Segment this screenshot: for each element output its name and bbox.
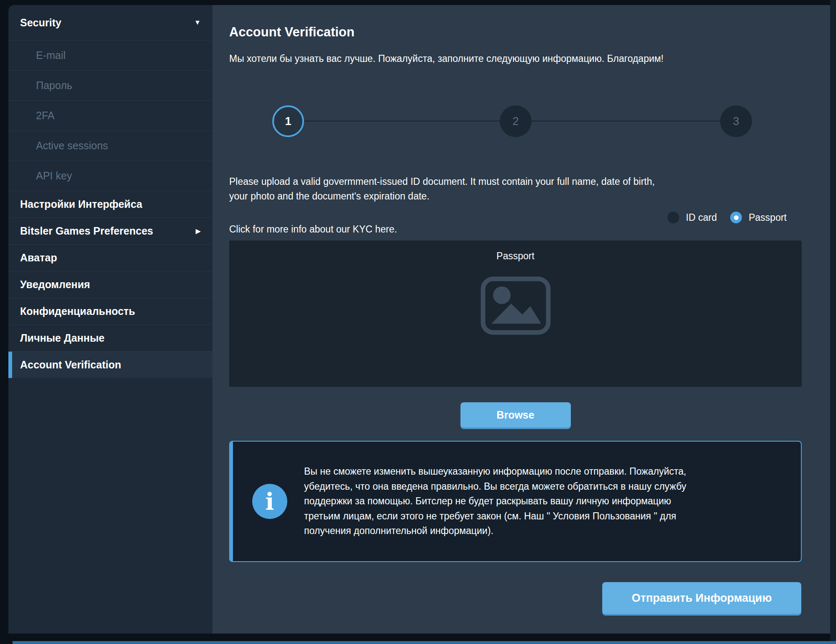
radio-label: Passport — [749, 212, 787, 223]
active-item-indicator — [8, 352, 12, 378]
image-placeholder-icon — [229, 276, 802, 337]
sidebar-item-label: Active sessions — [36, 140, 108, 152]
sidebar-item-personal-data[interactable]: Личные Данные — [8, 325, 212, 351]
document-type-radio-group: ID card Passport — [667, 212, 787, 223]
sidebar-item-api-key[interactable]: API key — [8, 161, 212, 191]
account-verification-panel: Account Verification Мы хотели бы узнать… — [212, 5, 830, 634]
verification-stepper: 1 2 3 — [229, 100, 802, 143]
page-title: Account Verification — [229, 25, 355, 40]
step-number: 2 — [512, 115, 519, 128]
sidebar-item-label: Уведомления — [20, 279, 90, 291]
scrollbar-track[interactable] — [830, 0, 836, 644]
sidebar-item-label: Пароль — [36, 79, 72, 92]
sidebar-item-2fa[interactable]: 2FA — [8, 100, 212, 130]
settings-sidebar: Security ▼ E-mail Пароль 2FA Active sess… — [8, 5, 212, 634]
radio-option-passport[interactable]: Passport — [730, 212, 787, 223]
sidebar-item-email[interactable]: E-mail — [8, 40, 212, 70]
step-number: 1 — [285, 115, 291, 128]
dropzone-title: Passport — [229, 250, 802, 262]
browse-button-row: Browse — [229, 402, 802, 427]
browse-button[interactable]: Browse — [460, 402, 571, 427]
step-indicator-2: 2 — [500, 105, 532, 137]
sidebar-item-label: Bitsler Games Preferences — [20, 225, 153, 237]
step-indicator-3: 3 — [720, 105, 752, 137]
upload-dropzone[interactable]: Passport — [229, 240, 802, 387]
disclaimer-text: Вы не сможете изменить вышеуказанную инф… — [304, 464, 686, 539]
info-icon: i — [252, 484, 287, 519]
sidebar-item-account-verification[interactable]: Account Verification — [8, 351, 212, 378]
radio-button-checked[interactable] — [730, 212, 742, 223]
step-number: 3 — [733, 115, 739, 128]
sidebar-item-avatar[interactable]: Аватар — [8, 244, 212, 271]
sidebar-item-notifications[interactable]: Уведомления — [8, 271, 212, 298]
sidebar-item-label: Account Verification — [20, 359, 121, 371]
kyc-info-link[interactable]: Click for more info about our KYC here. — [229, 224, 397, 235]
chevron-right-icon: ▶ — [196, 228, 201, 235]
disclaimer-box: i Вы не сможете изменить вышеуказанную и… — [229, 441, 802, 562]
sidebar-item-label: Личные Данные — [20, 332, 105, 344]
sidebar-item-privacy[interactable]: Конфиденциальность — [8, 298, 212, 325]
upload-instructions: Please upload a valid govermment-issued … — [229, 174, 655, 204]
sidebar-item-security[interactable]: Security ▼ — [8, 5, 212, 40]
sidebar-item-games-preferences[interactable]: Bitsler Games Preferences ▶ — [8, 217, 212, 244]
radio-option-id-card[interactable]: ID card — [667, 212, 717, 223]
radio-button-unchecked[interactable] — [667, 212, 679, 223]
sidebar-item-label: Конфиденциальность — [20, 305, 135, 317]
chevron-down-icon: ▼ — [194, 19, 201, 26]
sidebar-item-active-sessions[interactable]: Active sessions — [8, 130, 212, 161]
sidebar-item-label: Настройки Интерфейса — [20, 198, 142, 210]
sidebar-item-label: Security — [20, 17, 61, 29]
bottom-accent-line — [13, 641, 836, 644]
step-indicator-1: 1 — [272, 105, 304, 137]
radio-label: ID card — [686, 212, 717, 223]
sidebar-item-password[interactable]: Пароль — [8, 70, 212, 100]
sidebar-item-interface-settings[interactable]: Настройки Интерфейса — [8, 191, 212, 217]
intro-text: Мы хотели бы узнать вас лучше. Пожалуйст… — [229, 53, 664, 64]
sidebar-item-label: 2FA — [36, 110, 54, 122]
submit-information-button[interactable]: Отправить Информацию — [602, 582, 801, 614]
sidebar-item-label: API key — [36, 170, 72, 182]
sidebar-item-label: E-mail — [36, 49, 66, 61]
sidebar-item-label: Аватар — [20, 252, 57, 264]
